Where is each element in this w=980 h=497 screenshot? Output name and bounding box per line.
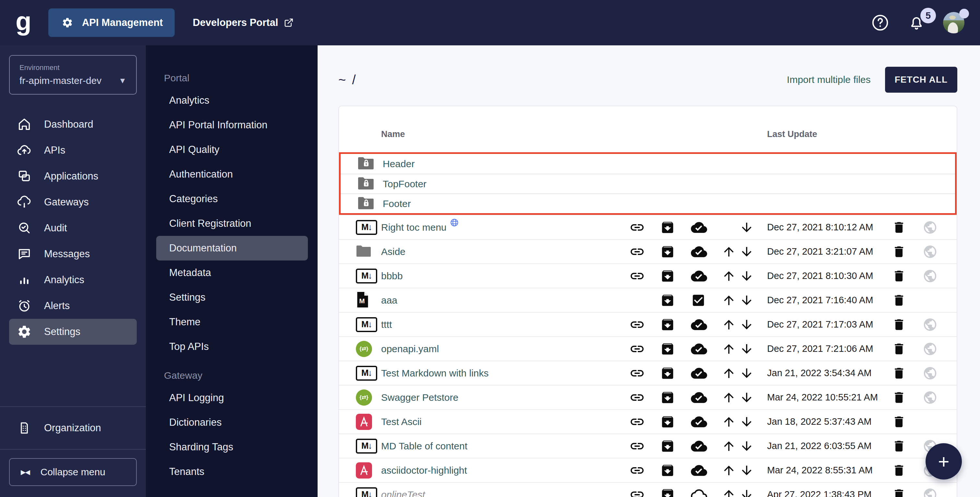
delete-button[interactable] [892,391,923,405]
delete-button[interactable] [892,366,923,380]
sidebar-item-applications[interactable]: Applications [9,163,137,189]
move-up-button[interactable] [722,439,740,453]
document-name-link[interactable]: Footer [383,198,411,209]
delete-button[interactable] [892,463,923,478]
fetch-all-button[interactable]: FETCH ALL [885,67,958,93]
delete-button[interactable] [892,415,923,429]
move-down-button[interactable] [740,293,767,308]
move-down-button[interactable] [740,463,767,478]
document-name-link[interactable]: onlineTest [381,489,425,497]
sidebar-item-gateways[interactable]: Gateways [9,189,137,215]
unpublish-button[interactable] [660,463,691,478]
move-up-button[interactable] [722,318,740,332]
submenu-item-categories[interactable]: Categories [156,187,308,211]
document-name-link[interactable]: asciidoctor-highlight [381,465,467,476]
published-cloud-button[interactable] [691,268,722,284]
publish-globe-button[interactable] [923,244,953,259]
copy-link-button[interactable] [629,438,660,454]
published-cloud-button[interactable] [691,365,722,381]
delete-button[interactable] [892,487,923,497]
unpublish-button[interactable] [660,366,691,381]
sidebar-item-settings[interactable]: Settings [9,319,137,345]
move-down-button[interactable] [740,415,767,429]
notifications-button[interactable]: 5 [907,13,926,32]
submenu-item-metadata[interactable]: Metadata [156,260,308,285]
move-up-button[interactable] [722,463,740,478]
submenu-item-tenants[interactable]: Tenants [156,459,308,484]
move-up-button[interactable] [722,415,740,429]
move-down-button[interactable] [740,391,767,405]
submenu-item-authentication[interactable]: Authentication [156,162,308,187]
move-down-button[interactable] [740,342,767,356]
copy-link-button[interactable] [629,244,660,259]
published-cloud-button[interactable] [691,219,722,235]
copy-link-button[interactable] [629,341,660,357]
collapse-menu-button[interactable]: ▶◀ Collapse menu [9,458,137,486]
sidebar-item-dashboard[interactable]: Dashboard [9,111,137,137]
publish-globe-button[interactable] [923,487,953,497]
submenu-item-api-logging[interactable]: API Logging [156,386,308,410]
document-name-link[interactable]: Swagger Petstore [381,392,458,403]
sidebar-item-messages[interactable]: Messages [9,241,137,267]
copy-link-button[interactable] [629,390,660,405]
published-cloud-button[interactable] [691,341,722,357]
unpublish-button[interactable] [660,317,691,332]
publish-globe-button[interactable] [923,341,953,356]
move-up-button[interactable] [722,366,740,380]
import-multiple-files-link[interactable]: Import multiple files [787,74,870,85]
unpublish-button[interactable] [660,390,691,405]
delete-button[interactable] [892,220,923,235]
unpublish-button[interactable] [660,487,691,497]
copy-link-button[interactable] [629,463,660,478]
document-name-link[interactable]: tttt [381,319,392,330]
published-cloud-button[interactable] [691,414,722,430]
move-up-button[interactable] [722,245,740,259]
delete-button[interactable] [892,439,923,453]
copy-link-button[interactable] [629,487,660,497]
move-up-button[interactable] [722,391,740,405]
publish-globe-button[interactable] [923,268,953,284]
submenu-item-analytics[interactable]: Analytics [156,88,308,113]
submenu-item-sharding-tags[interactable]: Sharding Tags [156,435,308,459]
developers-portal-link[interactable]: Developers Portal [193,17,294,29]
move-up-button[interactable] [722,487,740,497]
publish-globe-button[interactable] [923,220,953,235]
unpublished-cloud-button[interactable] [691,487,722,497]
document-name-link[interactable]: bbbb [381,270,403,281]
published-cloud-button[interactable] [691,244,722,260]
submenu-item-top-apis[interactable]: Top APIs [156,334,308,359]
app-switcher-button[interactable]: API Management [48,8,175,37]
move-down-button[interactable] [740,487,767,497]
published-cloud-button[interactable] [691,316,722,333]
sidebar-item-audit[interactable]: Audit [9,215,137,241]
move-down-button[interactable] [740,366,767,380]
help-button[interactable] [870,13,890,32]
copy-link-button[interactable] [629,365,660,381]
sidebar-item-apis[interactable]: APIs [9,137,137,163]
copy-link-button[interactable] [629,414,660,430]
move-up-button[interactable] [722,293,740,308]
move-up-button[interactable] [722,342,740,356]
unpublish-button[interactable] [660,244,691,259]
submenu-item-client-registration[interactable]: Client Registration [156,211,308,236]
sidebar-item-alerts[interactable]: Alerts [9,293,137,319]
document-name-link[interactable]: TopFooter [383,178,426,189]
document-name-link[interactable]: openapi.yaml [381,343,439,354]
document-name-link[interactable]: Test Ascii [381,416,422,427]
publish-globe-button[interactable] [923,366,953,381]
submenu-item-api-quality[interactable]: API Quality [156,137,308,162]
publish-globe-button[interactable] [923,317,953,332]
unpublish-button[interactable] [660,220,691,235]
submenu-item-theme[interactable]: Theme [156,310,308,334]
unpublish-button[interactable] [660,293,691,308]
move-down-button[interactable] [740,318,767,332]
delete-button[interactable] [892,342,923,356]
published-cloud-button[interactable] [691,462,722,478]
move-down-button[interactable] [740,220,767,235]
copy-link-button[interactable] [629,317,660,332]
sidebar-item-analytics[interactable]: Analytics [9,267,137,293]
published-cloud-button[interactable] [691,389,722,406]
sidebar-item-organization[interactable]: Organization [9,407,137,449]
delete-button[interactable] [892,245,923,259]
unpublish-button[interactable] [660,268,691,284]
